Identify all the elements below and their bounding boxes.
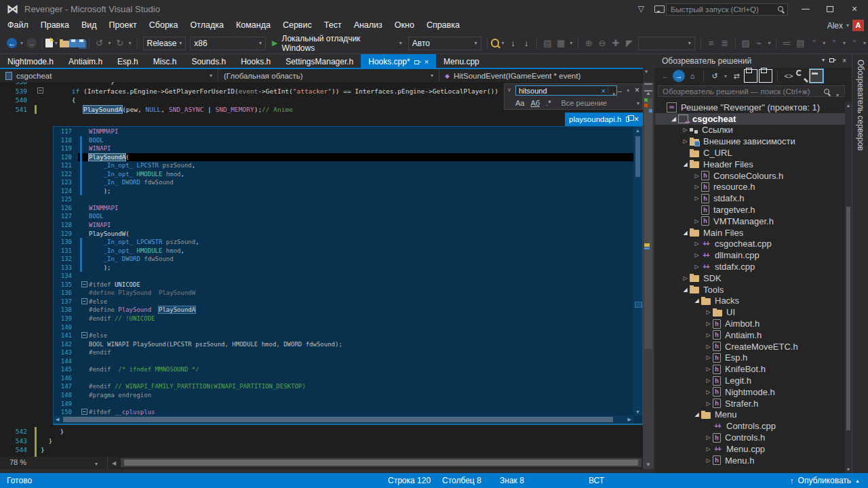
code-line[interactable]: 542 } bbox=[0, 427, 643, 436]
match-case-toggle[interactable]: Aa bbox=[515, 99, 524, 107]
code-line[interactable]: 126WINMMAPI bbox=[54, 204, 642, 213]
quick-launch-input[interactable]: Быстрый запуск (Ctrl+Q) bbox=[666, 3, 788, 16]
expand-arrow-icon[interactable]: ▷ bbox=[692, 184, 701, 190]
find-next-icon[interactable]: → bbox=[616, 86, 623, 94]
quote-all-icon[interactable]: ″ bbox=[848, 37, 861, 50]
horizontal-scrollbar[interactable] bbox=[121, 458, 642, 467]
code-line[interactable]: 135−#ifdef UNICODE bbox=[54, 281, 642, 289]
se-forward-icon[interactable]: → bbox=[673, 70, 685, 82]
outdent-icon[interactable]: ≣ bbox=[718, 37, 732, 50]
code-line[interactable]: 147#endif // WINAPI_FAMILY_PARTITION(WIN… bbox=[54, 382, 642, 391]
scroll-up-icon[interactable]: ▲ bbox=[643, 90, 654, 96]
code-line[interactable]: 127BOOL bbox=[54, 212, 642, 221]
new-item-icon[interactable]: ▤ bbox=[540, 37, 554, 50]
expand-arrow-icon[interactable]: ◢ bbox=[669, 116, 678, 122]
tree-item-CreateMoveETC-h[interactable]: ▷CreateMoveETC.h bbox=[655, 341, 845, 352]
start-debug-button[interactable]: ▶Локальный отладчик Windows▾ bbox=[272, 34, 402, 53]
tab-Nightmode-h[interactable]: Nightmode.h bbox=[0, 54, 61, 68]
expand-arrow-icon[interactable]: ◢ bbox=[692, 298, 701, 304]
code-line[interactable]: 130 _In_opt_ LPCWSTR pszSound, bbox=[54, 238, 642, 247]
scrollbar-thumb[interactable] bbox=[644, 98, 652, 349]
chevron-down-icon[interactable]: ▾ bbox=[18, 40, 25, 46]
code-line[interactable]: 129PlaySoundW( bbox=[54, 230, 642, 239]
code-line[interactable]: 544} bbox=[0, 445, 643, 455]
chevron-down-icon[interactable]: ▾ bbox=[637, 100, 639, 106]
expand-arrow-icon[interactable]: ▷ bbox=[692, 241, 701, 247]
se-pending-changes-icon[interactable]: ↺ bbox=[709, 70, 721, 82]
close-icon[interactable]: × bbox=[634, 115, 639, 124]
scrollbar-thumb[interactable] bbox=[635, 136, 640, 177]
code-line[interactable]: 137−#else bbox=[54, 298, 642, 306]
expand-arrow-icon[interactable]: ◢ bbox=[681, 161, 690, 167]
code-line[interactable]: 138#define PlaySound PlaySoundA bbox=[54, 306, 642, 314]
quote-next-icon[interactable]: ″ bbox=[827, 37, 841, 50]
tree-item--Revenger-1-[interactable]: Решение "Revenger" (проектов: 1) bbox=[655, 102, 845, 113]
peek-definition-tab[interactable]: playsoundapi.h × bbox=[565, 113, 643, 126]
bookmark-doc-icon[interactable]: ▤ bbox=[793, 37, 807, 50]
platform-select[interactable]: x86▾ bbox=[190, 37, 266, 50]
code-line[interactable]: 122 _In_opt_ HMODULE hmod, bbox=[54, 170, 642, 179]
close-icon[interactable]: × bbox=[842, 57, 846, 64]
tree-item-csgocheat-cpp[interactable]: ▷csgocheat.cpp bbox=[655, 239, 845, 250]
menu-Команда[interactable]: Команда bbox=[230, 19, 277, 31]
undo-icon[interactable]: ↺ bbox=[93, 37, 106, 50]
expand-arrow-icon[interactable]: ▷ bbox=[704, 366, 713, 372]
scroll-left-icon[interactable]: ◀ bbox=[56, 417, 59, 422]
tree-item-Menu-h[interactable]: ▷Menu.h bbox=[655, 455, 845, 466]
scroll-down-icon[interactable]: ▼ bbox=[643, 462, 654, 468]
tree-item-UI[interactable]: ▷UI bbox=[655, 306, 845, 318]
expand-replace-icon[interactable]: ∨ bbox=[507, 87, 511, 93]
comment-icon[interactable]: ▨ bbox=[739, 37, 753, 50]
expand-arrow-icon[interactable]: ▷ bbox=[704, 354, 713, 361]
pin-icon[interactable] bbox=[414, 59, 420, 65]
expand-arrow-icon[interactable]: ◢ bbox=[692, 411, 701, 418]
tree-item-Strafer-h[interactable]: ▷Strafer.h bbox=[655, 398, 845, 409]
indent-icon[interactable]: ≡ bbox=[705, 37, 718, 50]
tree-item-Controls-h[interactable]: ▷Controls.h bbox=[655, 432, 845, 443]
code-line[interactable]: 148#pragma endregion bbox=[54, 391, 642, 400]
nav-forward-icon[interactable]: → bbox=[26, 38, 37, 48]
solution-explorer-search-input[interactable]: Обозреватель решений — поиск (Ctrl+ж) ▾ bbox=[658, 85, 845, 97]
tree-item--[interactable]: ▷Внешние зависимости bbox=[655, 136, 845, 147]
notifications-funnel-icon[interactable]: ▽ bbox=[638, 4, 644, 14]
peek-vertical-scrollbar[interactable]: ▲ ▼ bbox=[633, 127, 642, 415]
tab-Menu-cpp[interactable]: Menu.cpp bbox=[436, 54, 487, 68]
uncomment-icon[interactable]: ⌁ bbox=[753, 37, 766, 50]
close-button[interactable]: × bbox=[845, 3, 864, 15]
tree-item-stdafx-cpp[interactable]: ▷stdafx.cpp bbox=[655, 261, 845, 272]
expand-arrow-icon[interactable]: ▷ bbox=[692, 218, 701, 224]
tree-item-Header-Files[interactable]: ◢Header Files bbox=[655, 159, 845, 170]
expand-arrow-icon[interactable]: ▷ bbox=[681, 127, 690, 133]
select-cursor-icon[interactable]: ◤ bbox=[623, 37, 636, 50]
code-line[interactable]: 144 bbox=[54, 357, 642, 366]
scrollbar-thumb[interactable] bbox=[63, 417, 613, 422]
tree-item-Controls-cpp[interactable]: Controls.cpp bbox=[655, 420, 845, 432]
user-area[interactable]: Alex ▾ A bbox=[827, 20, 864, 31]
code-editor[interactable]: 538 }539− if (Interfaces.pEngine->GetPla… bbox=[0, 82, 643, 457]
close-icon[interactable]: × bbox=[425, 58, 429, 66]
code-line[interactable]: 139#endif // !UNICODE bbox=[54, 314, 642, 323]
tree-item-Legit-h[interactable]: ▷Legit.h bbox=[655, 375, 845, 386]
tree-item-dllmain-cpp[interactable]: ▷dllmain.cpp bbox=[655, 249, 845, 261]
expand-arrow-icon[interactable]: ▷ bbox=[704, 446, 713, 452]
expand-arrow-icon[interactable]: ▷ bbox=[692, 264, 701, 270]
tab-Sounds-h[interactable]: Sounds.h bbox=[184, 54, 233, 68]
se-sync-icon[interactable]: ⇄ bbox=[730, 70, 743, 82]
se-preview-icon[interactable] bbox=[810, 69, 823, 83]
fold-toggle-icon[interactable]: − bbox=[81, 281, 87, 287]
menu-Справка[interactable]: Справка bbox=[420, 19, 466, 31]
code-line[interactable]: 118BOOL bbox=[54, 136, 642, 145]
menu-Сборка[interactable]: Сборка bbox=[143, 19, 184, 31]
close-icon[interactable]: × bbox=[635, 85, 639, 95]
bookmark-list-icon[interactable]: ≔ bbox=[780, 37, 793, 50]
tree-item-Nightmode-h[interactable]: ▷Nightmode.h bbox=[655, 386, 845, 398]
se-back-icon[interactable]: ← bbox=[659, 70, 671, 82]
chevron-down-icon[interactable]: ▾ bbox=[821, 40, 827, 46]
menu-Вид[interactable]: Вид bbox=[75, 19, 103, 31]
expand-arrow-icon[interactable]: ▷ bbox=[704, 321, 713, 327]
chevron-down-icon[interactable]: ▾ bbox=[766, 40, 772, 46]
fold-toggle-icon[interactable]: − bbox=[81, 332, 87, 338]
code-line[interactable]: 146 bbox=[54, 374, 642, 383]
save-dump-icon[interactable]: ↓ bbox=[506, 37, 519, 50]
menu-Проект[interactable]: Проект bbox=[103, 19, 143, 31]
